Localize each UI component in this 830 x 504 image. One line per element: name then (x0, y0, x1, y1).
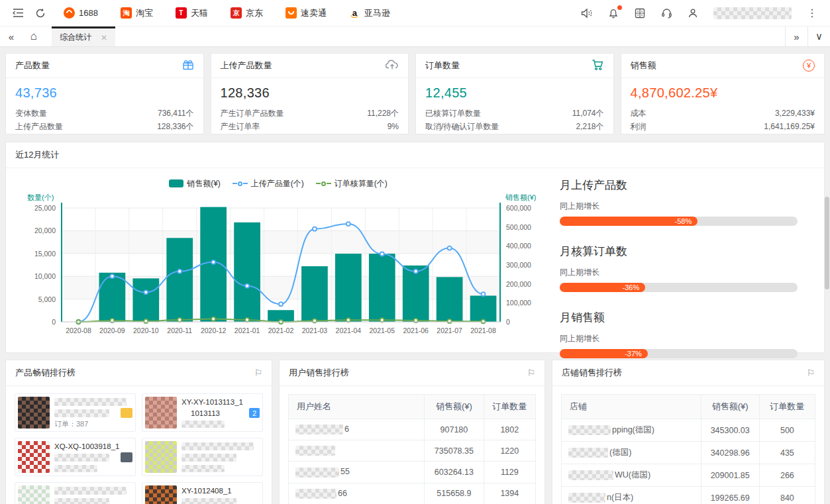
platform-tab-亚马逊[interactable]: a亚马逊 (349, 7, 390, 19)
svg-text:2021-08: 2021-08 (470, 327, 496, 334)
svg-text:销售额(¥): 销售额(¥) (505, 193, 536, 201)
svg-text:2020-09: 2020-09 (99, 327, 125, 334)
chart-legend: 销售额(¥)上传产品量(个)订单核算量(个) (9, 175, 548, 192)
chart-panel-header: 近12月统计 (6, 142, 824, 168)
flag-icon[interactable]: ⚐ (527, 368, 535, 378)
name-suffix: WU(德国) (615, 470, 650, 479)
stat-card-title: 产品数量 (15, 60, 50, 72)
stat-card-value: 128,336 (221, 85, 399, 101)
svg-text:2021-02: 2021-02 (268, 327, 294, 334)
stat-row-label: 利润 (631, 120, 647, 133)
platform-icon: a (349, 7, 360, 19)
stat-row-label: 产生订单率 (221, 120, 260, 133)
name-cell: (德国) (562, 442, 701, 464)
user-icon[interactable] (682, 2, 704, 25)
platform-icon: 淘 (121, 7, 132, 19)
svg-text:5,000: 5,000 (38, 295, 56, 303)
scroll-tabs-left-icon[interactable]: « (0, 26, 23, 46)
table-row: 6 907180 1802 (289, 419, 536, 440)
panel-title: 近12月统计 (15, 149, 59, 161)
tab-close-icon[interactable]: ✕ (101, 33, 107, 42)
table-header-cell: 销售额(¥) (425, 395, 484, 419)
shop-ranking-panel: 店铺销售排行榜 ⚐ 店铺销售额(¥)订单数量 pping(德国) 345300.… (552, 360, 825, 504)
support-headset-icon[interactable] (655, 2, 678, 25)
platform-label: 淘宝 (136, 7, 153, 19)
progress-bar: -37% (560, 349, 798, 358)
platform-icon (285, 7, 297, 19)
redacted-text (295, 468, 339, 478)
platform-tab-京东[interactable]: 京京东 (231, 7, 263, 19)
product-card[interactable]: XY-XY-1013113_1 10131132 (142, 393, 263, 432)
chart-panel: 近12月统计 销售额(¥)上传产品量(个)订单核算量(个) 05,00010,0… (5, 142, 825, 353)
product-badge (121, 452, 132, 462)
sales-cell: 515658.9 (425, 483, 484, 504)
main-content: 产品数量 43,736 变体数量736,411个上传产品数量128,336个 上… (0, 47, 830, 504)
legend-item[interactable]: 销售额(¥) (169, 178, 221, 189)
product-card[interactable]: 订单：387 (15, 393, 136, 432)
platform-tab-淘宝[interactable]: 淘淘宝 (121, 7, 153, 19)
stat-card-4: 销售额 ¥ 4,870,602.25¥ 成本3,229,433¥利润1,641,… (621, 53, 825, 134)
progress-fill: -58% (560, 217, 698, 226)
name-cell: WU(德国) (562, 464, 701, 487)
product-card[interactable]: XQ-XQ-1003918_1 (15, 438, 136, 476)
apps-grid-icon[interactable] (629, 2, 651, 25)
platform-label: 亚马逊 (364, 7, 390, 19)
redacted-text (54, 498, 109, 504)
platform-tab-天猫[interactable]: T天猫 (176, 7, 208, 19)
flag-icon[interactable]: ⚐ (806, 368, 815, 378)
legend-item[interactable]: 上传产品量(个) (233, 178, 304, 189)
more-menu-icon[interactable]: ⋮ (801, 2, 823, 25)
growth-label: 同上期增长 (560, 267, 798, 278)
product-card[interactable] (15, 482, 136, 504)
sales-cell: 199265.69 (701, 487, 759, 504)
toolbar-right: ⋮ (572, 2, 823, 25)
svg-text:2020-11: 2020-11 (167, 327, 192, 334)
product-ranking-panel: 产品畅销排行榜 ⚐ 订单：387 XY-XY-1013113_1 1013113… (5, 360, 272, 504)
stat-row-value: 736,411个 (158, 107, 194, 120)
collapse-tabs-icon[interactable]: ∨ (807, 26, 830, 46)
tab-composite-stats[interactable]: 综合统计 ✕ (52, 26, 115, 46)
platform-tab-1688[interactable]: 1688 (64, 7, 98, 19)
product-card[interactable]: XY-1012408_1 (142, 482, 263, 504)
redacted-text (182, 421, 225, 428)
gift-icon (182, 59, 194, 73)
stat-row-value: 128,336个 (157, 120, 193, 133)
product-code: XY-1012408_1 (182, 487, 232, 495)
announcement-speaker-icon[interactable] (576, 2, 598, 25)
notification-bell-icon[interactable] (602, 2, 625, 25)
refresh-icon[interactable] (29, 2, 52, 25)
svg-text:2021-01: 2021-01 (234, 327, 260, 334)
name-cell: 55 (289, 462, 425, 483)
progress-bar: -36% (560, 283, 798, 292)
platform-icon (64, 7, 75, 19)
svg-text:数量(个): 数量(个) (27, 193, 54, 201)
progress-fill: -37% (560, 349, 648, 358)
redacted-text (182, 465, 225, 472)
progress-bar: -58% (560, 217, 798, 226)
product-card[interactable] (142, 438, 263, 476)
scrollbar-thumb[interactable] (825, 197, 829, 289)
stat-row-label: 变体数量 (15, 107, 47, 120)
product-grid: 订单：387 XY-XY-1013113_1 10131132 XQ-XQ-10… (6, 386, 272, 504)
stat-row-value: 1,641,169.25¥ (764, 120, 815, 133)
collapse-sidebar-icon[interactable] (7, 2, 29, 25)
sales-cell: 340298.96 (701, 442, 759, 464)
table-header-row: 店铺销售额(¥)订单数量 (562, 395, 815, 419)
sales-cell: 735078.35 (425, 440, 484, 462)
table-row: 66 515658.9 1394 (289, 483, 536, 504)
redacted-text (54, 487, 127, 495)
name-suffix: 66 (338, 489, 347, 498)
redacted-text (295, 446, 335, 456)
growth-title: 月核算订单数 (560, 244, 798, 259)
flag-icon[interactable]: ⚐ (254, 368, 262, 378)
platform-tab-速卖通[interactable]: 速卖通 (285, 7, 327, 19)
legend-item[interactable]: 订单核算量(个) (316, 178, 388, 189)
home-icon[interactable]: ⌂ (23, 26, 45, 46)
panel-title: 用户销售排行榜 (289, 367, 349, 379)
stat-card-title: 上传产品数量 (221, 60, 272, 72)
scroll-tabs-right-icon[interactable]: » (785, 26, 807, 46)
sales-cell: 209001.85 (701, 464, 759, 487)
redacted-text (182, 454, 236, 462)
table-row: n(日本) 199265.69 840 (562, 487, 815, 504)
username-redacted[interactable] (713, 7, 792, 19)
